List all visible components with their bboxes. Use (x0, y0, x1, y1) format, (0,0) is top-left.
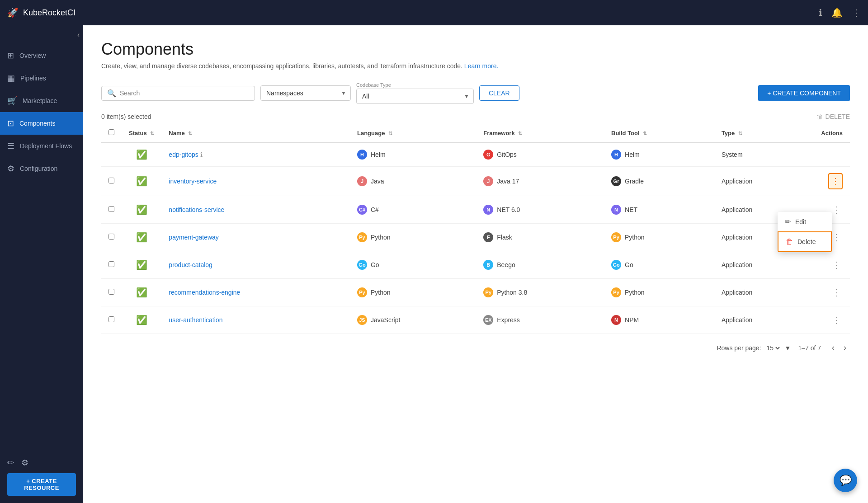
component-link[interactable]: product-catalog (169, 261, 212, 268)
row-name: user-authentication (161, 306, 350, 334)
dropdown-delete-item[interactable]: 🗑 Delete (778, 231, 832, 252)
row-type: Application (714, 279, 814, 306)
sidebar-collapse-button[interactable]: ‹ (77, 31, 80, 39)
row-checkbox-cell (101, 167, 122, 196)
component-link[interactable]: notifications-service (169, 206, 224, 213)
row-checkbox[interactable] (108, 178, 114, 183)
build-tool-sort-icon[interactable]: ⇅ (643, 131, 647, 136)
prev-page-button[interactable]: ‹ (828, 341, 838, 354)
row-status: ✅ (122, 224, 161, 251)
component-link[interactable]: inventory-service (169, 178, 217, 185)
sidebar-item-overview[interactable]: ⊞ Overview (0, 44, 83, 67)
app-title: KubeRocketCI (23, 8, 75, 18)
edit-menu-icon: ✏ (785, 217, 791, 226)
row-name: recommendations-engine (161, 279, 350, 306)
header-language: Language ⇅ (350, 124, 476, 142)
row-language: C#C# (350, 196, 476, 224)
sidebar-item-label: Deployment Flows (20, 142, 72, 150)
row-action-button[interactable]: ⋮ (830, 230, 843, 244)
component-link[interactable]: recommendations-engine (169, 289, 240, 296)
components-table: Status ⇅ Name ⇅ Language ⇅ Framework (101, 124, 850, 334)
action-dropdown-menu: ✏ Edit 🗑 Delete (778, 212, 832, 252)
type-sort-icon[interactable]: ⇅ (738, 131, 742, 136)
sidebar-item-deployment-flows[interactable]: ☰ Deployment Flows (0, 135, 83, 157)
sidebar: ‹ ⊞ Overview ▦ Pipelines 🛒 Marketplace ⊡… (0, 25, 83, 503)
create-resource-button[interactable]: + CREATE RESOURCE (7, 473, 76, 496)
create-component-button[interactable]: + CREATE COMPONENT (758, 85, 850, 101)
app-logo: 🚀 (7, 7, 19, 18)
status-ok-icon: ✅ (136, 287, 147, 297)
row-actions: ⋮ (814, 167, 850, 196)
row-action-button[interactable]: ⋮ (830, 202, 843, 217)
sidebar-item-label: Pipelines (20, 75, 46, 82)
framework-sort-icon[interactable]: ⇅ (518, 131, 522, 136)
language-sort-icon[interactable]: ⇅ (388, 131, 392, 136)
table-container: Status ⇅ Name ⇅ Language ⇅ Framework (101, 124, 850, 334)
sidebar-item-configuration[interactable]: ⚙ Configuration (0, 157, 83, 180)
codebase-type-select[interactable]: All (356, 89, 474, 104)
language-badge: Py (357, 232, 367, 242)
row-name: notifications-service (161, 196, 350, 224)
edit-icon[interactable]: ✏ (7, 458, 14, 468)
page-info: 1–7 of 7 (798, 344, 821, 352)
header-type: Type ⇅ (714, 124, 814, 142)
status-sort-icon[interactable]: ⇅ (150, 131, 154, 136)
sidebar-item-marketplace[interactable]: 🛒 Marketplace (0, 89, 83, 112)
build-tool-badge: Py (611, 232, 621, 242)
clear-button[interactable]: CLEAR (479, 85, 519, 101)
chat-button[interactable]: 💬 (834, 469, 857, 492)
row-build-tool: GoGo (604, 251, 714, 279)
namespace-select[interactable]: Namespaces (260, 85, 351, 101)
row-framework: BBeego (476, 251, 604, 279)
page-nav: ‹ › (828, 341, 850, 354)
info-icon[interactable]: ℹ (819, 7, 822, 18)
table-header: Status ⇅ Name ⇅ Language ⇅ Framework (101, 124, 850, 142)
search-icon: 🔍 (107, 89, 116, 98)
row-action-button[interactable]: ⋮ (828, 173, 843, 189)
row-checkbox-cell (101, 251, 122, 279)
dropdown-edit-item[interactable]: ✏ Edit (778, 212, 832, 231)
name-sort-icon[interactable]: ⇅ (188, 131, 192, 136)
sidebar-item-components[interactable]: ⊡ Components (0, 112, 83, 135)
sidebar-item-pipelines[interactable]: ▦ Pipelines (0, 67, 83, 89)
row-checkbox[interactable] (108, 206, 114, 212)
selection-count: 0 item(s) selected (101, 113, 151, 120)
topnav-right: ℹ 🔔 ⋮ (819, 7, 861, 18)
select-all-checkbox[interactable] (108, 129, 114, 135)
dropdown-edit-label: Edit (795, 218, 806, 226)
row-action-button[interactable]: ⋮ (830, 285, 843, 300)
row-language: GoGo (350, 251, 476, 279)
row-action-button[interactable]: ⋮ (830, 258, 843, 272)
row-framework: FFlask (476, 224, 604, 251)
next-page-button[interactable]: › (840, 341, 850, 354)
settings-icon[interactable]: ⚙ (21, 458, 28, 468)
dropdown-delete-label: Delete (797, 238, 816, 245)
row-framework: PyPython 3.8 (476, 279, 604, 306)
learn-more-link[interactable]: Learn more. (464, 62, 498, 70)
row-build-tool: PyPython (604, 279, 714, 306)
delete-selected-button[interactable]: 🗑 DELETE (816, 113, 850, 120)
table-row: ✅notifications-serviceC#C#NNET 6.0NNETAp… (101, 196, 850, 224)
row-language: PyPython (350, 279, 476, 306)
language-badge: JS (357, 315, 367, 325)
search-input[interactable] (120, 89, 249, 97)
row-status: ✅ (122, 142, 161, 167)
component-link[interactable]: user-authentication (169, 316, 222, 324)
bell-icon[interactable]: 🔔 (831, 7, 843, 18)
component-link[interactable]: edp-gitops (169, 151, 198, 158)
component-link[interactable]: payment-gateway (169, 234, 219, 241)
row-checkbox[interactable] (108, 316, 114, 322)
rows-per-page-select[interactable]: 15 25 50 (765, 344, 781, 352)
row-action-button[interactable]: ⋮ (830, 313, 843, 327)
header-status: Status ⇅ (122, 124, 161, 142)
row-checkbox[interactable] (108, 234, 114, 240)
row-status: ✅ (122, 167, 161, 196)
row-checkbox[interactable] (108, 289, 114, 295)
topnav-menu-icon[interactable]: ⋮ (852, 7, 861, 18)
codebase-select-wrap: All ▼ (356, 89, 474, 104)
rows-per-page-label: Rows per page: (717, 344, 761, 352)
row-checkbox[interactable] (108, 261, 114, 267)
build-tool-badge: Gr (611, 176, 621, 186)
status-ok-icon: ✅ (136, 176, 147, 186)
row-info-icon[interactable]: ℹ (200, 151, 203, 158)
